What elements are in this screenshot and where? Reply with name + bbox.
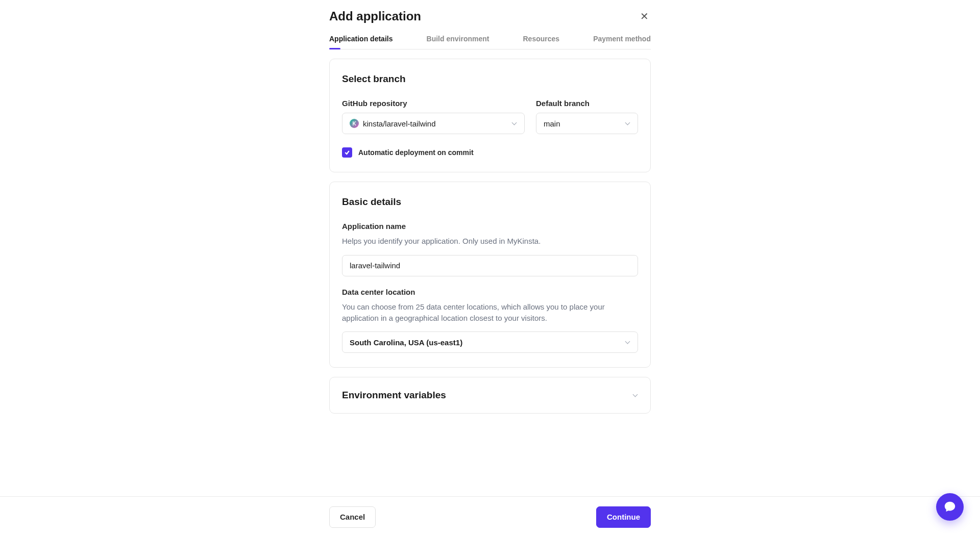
datacenter-value: South Carolina, USA (us-east1) — [350, 338, 462, 347]
kinsta-avatar-icon: K — [350, 119, 359, 128]
basic-details-card: Basic details Application name Helps you… — [329, 182, 651, 368]
tab-resources[interactable]: Resources — [523, 35, 560, 49]
datacenter-label: Data center location — [342, 288, 638, 296]
branch-label: Default branch — [536, 99, 638, 108]
appname-input[interactable] — [342, 255, 638, 276]
continue-button[interactable]: Continue — [596, 506, 651, 528]
chat-launcher[interactable] — [936, 493, 964, 521]
tab-payment-method[interactable]: Payment method — [593, 35, 651, 49]
select-branch-card: Select branch GitHub repository K kinsta… — [329, 59, 651, 172]
appname-label: Application name — [342, 222, 638, 231]
datacenter-help: You can choose from 25 data center locat… — [342, 301, 638, 324]
appname-help: Helps you identify your application. Onl… — [342, 236, 638, 247]
env-vars-title: Environment variables — [342, 390, 446, 401]
chevron-down-icon — [633, 393, 638, 398]
chevron-down-icon — [512, 121, 517, 126]
datacenter-select[interactable]: South Carolina, USA (us-east1) — [342, 331, 638, 353]
branch-select[interactable]: main — [536, 113, 638, 134]
page-title: Add application — [329, 9, 421, 23]
chat-icon — [943, 500, 957, 514]
repo-label: GitHub repository — [342, 99, 525, 108]
repo-value: kinsta/laravel-tailwind — [363, 119, 436, 128]
basic-details-title: Basic details — [342, 196, 638, 208]
repo-select[interactable]: K kinsta/laravel-tailwind — [342, 113, 525, 134]
tab-application-details[interactable]: Application details — [329, 35, 393, 49]
autodeploy-checkbox[interactable] — [342, 147, 352, 158]
autodeploy-label: Automatic deployment on commit — [358, 148, 474, 157]
footer-bar: Cancel Continue — [0, 496, 980, 537]
chevron-down-icon — [625, 121, 630, 126]
tab-bar: Application details Build environment Re… — [329, 35, 651, 49]
tab-active-indicator — [329, 48, 340, 49]
env-vars-section[interactable]: Environment variables — [329, 377, 651, 414]
select-branch-title: Select branch — [342, 73, 638, 85]
close-icon[interactable]: ✕ — [638, 9, 651, 23]
chevron-down-icon — [625, 340, 630, 345]
tab-build-environment[interactable]: Build environment — [427, 35, 489, 49]
cancel-button[interactable]: Cancel — [329, 506, 376, 528]
branch-value: main — [544, 119, 560, 128]
